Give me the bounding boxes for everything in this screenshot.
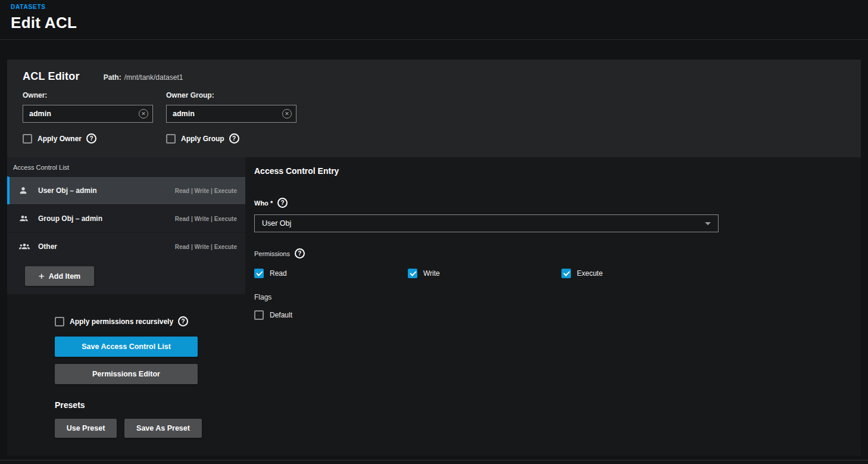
acl-list-title: Access Control List (7, 157, 245, 176)
apply-group-help-icon[interactable]: ? (229, 133, 239, 144)
acl-list-column: Access Control List User Obj – admin Rea… (7, 157, 245, 456)
page-title: Edit ACL (11, 14, 868, 32)
acl-list-item-other[interactable]: Other Read | Write | Execute (7, 232, 245, 260)
who-select[interactable]: User Obj (254, 214, 719, 232)
permission-read-group: Read (254, 269, 408, 278)
default-checkbox[interactable] (254, 310, 264, 320)
default-label: Default (270, 311, 292, 319)
group-icon (18, 214, 33, 223)
owner-field-group: Owner: ✕ (23, 91, 153, 123)
apply-recursively-checkbox[interactable] (55, 317, 64, 326)
dataset-path: Path:/mnt/tank/dataset1 (104, 73, 183, 82)
permissions-label: Permissions (254, 250, 290, 257)
execute-label: Execute (577, 269, 602, 278)
path-value: /mnt/tank/dataset1 (124, 73, 183, 82)
acl-item-permissions: Read | Write | Execute (175, 216, 237, 222)
acl-item-permissions: Read | Write | Execute (175, 188, 237, 194)
apply-recursively-label: Apply permissions recursively (70, 317, 173, 326)
bottom-divider (0, 460, 868, 460)
acl-item-label: Group Obj – admin (38, 214, 175, 223)
add-item-button[interactable]: + Add Item (25, 266, 94, 286)
permission-execute-group: Execute (561, 269, 715, 278)
read-checkbox[interactable] (254, 269, 264, 278)
owner-input[interactable] (23, 105, 153, 123)
add-item-label: Add Item (49, 272, 80, 281)
acl-item-label: User Obj – admin (38, 186, 175, 195)
user-icon (18, 186, 33, 195)
acl-editor-top-section: ACL Editor Path:/mnt/tank/dataset1 Owner… (7, 60, 861, 157)
acl-item-permissions: Read | Write | Execute (175, 244, 237, 250)
access-control-entry-panel: Access Control Entry Who * ? User Obj Pe… (245, 157, 861, 456)
apply-group-checkbox[interactable] (166, 134, 176, 144)
apply-owner-checkbox[interactable] (23, 134, 32, 144)
acl-item-label: Other (38, 242, 175, 251)
save-acl-button[interactable]: Save Access Control List (55, 337, 198, 357)
flags-label: Flags (254, 293, 861, 301)
apply-group-label: Apply Group (181, 135, 224, 143)
apply-owner-label: Apply Owner (38, 135, 82, 143)
flag-default-group: Default (254, 310, 861, 320)
write-checkbox[interactable] (408, 269, 417, 278)
acl-editor-card: ACL Editor Path:/mnt/tank/dataset1 Owner… (7, 60, 861, 456)
acl-editor-title: ACL Editor (23, 70, 80, 83)
path-label: Path: (104, 73, 121, 82)
plus-icon: + (39, 271, 45, 281)
acl-actions: Apply permissions recursively ? Save Acc… (7, 294, 245, 438)
owner-group-field-group: Owner Group: ✕ (166, 91, 296, 123)
write-label: Write (423, 269, 440, 278)
presets-title: Presets (55, 400, 245, 410)
use-preset-button[interactable]: Use Preset (55, 419, 117, 438)
apply-recursively-group: Apply permissions recursively ? (55, 316, 245, 326)
who-help-icon[interactable]: ? (277, 198, 288, 208)
permissions-editor-button[interactable]: Permissions Editor (55, 364, 198, 384)
apply-group-group: Apply Group ? (166, 133, 310, 144)
users-icon (18, 242, 33, 251)
owner-group-clear-icon[interactable]: ✕ (282, 109, 292, 119)
acl-list-item-user-obj[interactable]: User Obj – admin Read | Write | Execute (7, 176, 245, 204)
apply-owner-group: Apply Owner ? (23, 133, 166, 144)
page-header: DATASETS Edit ACL (0, 0, 868, 32)
who-label: Who * (254, 200, 273, 207)
who-select-value: User Obj (262, 219, 291, 228)
apply-recursively-help-icon[interactable]: ? (178, 316, 188, 326)
apply-owner-help-icon[interactable]: ? (86, 133, 96, 144)
header-divider (0, 39, 868, 40)
ace-title: Access Control Entry (254, 166, 861, 176)
save-as-preset-button[interactable]: Save As Preset (124, 419, 202, 438)
acl-lower-section: Access Control List User Obj – admin Rea… (7, 157, 861, 456)
owner-group-label: Owner Group: (166, 91, 296, 99)
acl-list-panel: Access Control List User Obj – admin Rea… (7, 157, 245, 294)
owner-clear-icon[interactable]: ✕ (139, 109, 148, 119)
execute-checkbox[interactable] (561, 269, 571, 278)
owner-label: Owner: (23, 91, 153, 99)
read-label: Read (270, 269, 287, 278)
chevron-down-icon (705, 222, 711, 225)
permission-write-group: Write (408, 269, 561, 278)
acl-list-item-group-obj[interactable]: Group Obj – admin Read | Write | Execute (7, 204, 245, 232)
owner-group-input[interactable] (166, 105, 296, 123)
breadcrumb[interactable]: DATASETS (11, 4, 868, 10)
permissions-help-icon[interactable]: ? (295, 248, 305, 259)
